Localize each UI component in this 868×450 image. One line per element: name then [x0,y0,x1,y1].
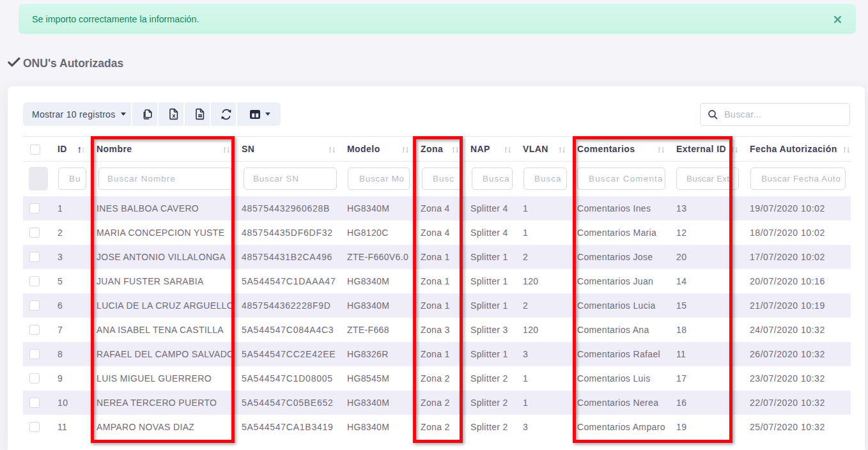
svg-text:x: x [172,112,176,119]
